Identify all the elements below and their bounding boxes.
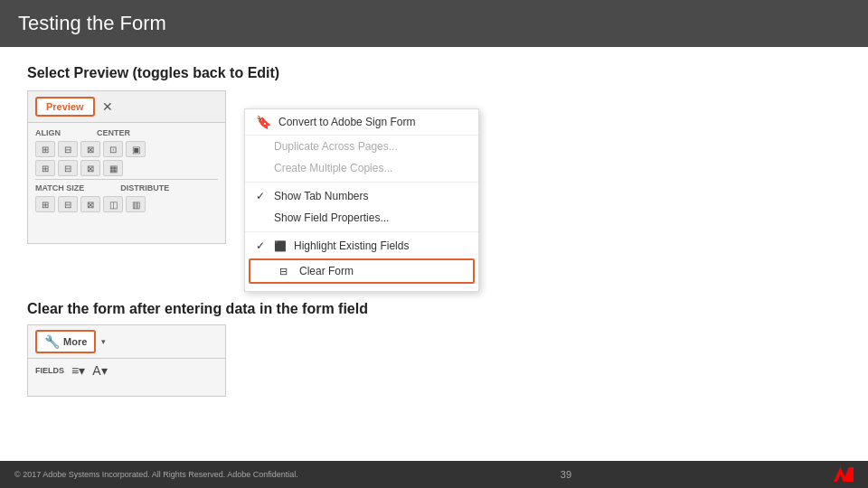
icon4[interactable]: ⊡ [103,141,123,157]
separator2 [245,231,478,232]
clear-form-icon: ⊟ [279,266,292,277]
svg-marker-1 [843,467,854,482]
distribute-label: DISTRIBUTE [120,183,169,192]
clear-form-label: Clear Form [299,265,354,277]
context-menu-duplicate[interactable]: Duplicate Across Pages... [245,136,478,157]
icon9[interactable]: ▦ [103,160,123,176]
highlight-icon: ⬛ [274,240,287,252]
no-check4 [261,265,272,277]
more-button[interactable]: 🔧 More [35,330,96,353]
create-copies-label: Create Multiple Copies... [274,162,392,174]
screenshots-row-bottom: 🔧 More ▾ FIELDS ≡▾ A▾ [27,324,841,397]
fields-row: FIELDS ≡▾ A▾ [28,359,225,382]
icon13[interactable]: ◫ [103,196,123,212]
icon8[interactable]: ⊠ [80,160,100,176]
content-area: Select Preview (toggles back to Edit) Pr… [0,47,868,406]
icon1[interactable]: ⊞ [35,141,55,157]
icon12[interactable]: ⊠ [80,196,100,212]
context-menu-create-copies[interactable]: Create Multiple Copies... [245,157,478,179]
icon3[interactable]: ⊠ [80,141,100,157]
page-title: Testing the Form [18,12,166,35]
context-menu-highlight-fields[interactable]: ✓ ⬛ Highlight Existing Fields [245,235,478,257]
check2: ✓ [256,239,267,252]
toolbar-row-labels: ALIGN CENTER [35,128,218,137]
more-toolbar-bar: 🔧 More ▾ [28,325,225,359]
align-icons-row2: ⊞ ⊟ ⊠ ▦ [35,160,218,176]
more-label: More [63,336,87,347]
match-icons-row: ⊞ ⊟ ⊠ ◫ ▥ [35,196,218,212]
no-check2 [256,162,267,174]
toolbar-divider [35,179,218,180]
context-menu-screenshot: 🔖 Convert to Adobe Sign Form Duplicate A… [244,108,479,292]
match-distribute-labels: MATCH SIZE DISTRIBUTE [35,183,218,192]
dropdown-arrow-icon[interactable]: ▾ [101,337,106,346]
close-icon[interactable]: ✕ [102,99,113,114]
center-label: CENTER [97,128,130,137]
section1-label: Select Preview (toggles back to Edit) [27,65,841,81]
fields-label: FIELDS [35,366,64,375]
icon10[interactable]: ⊞ [35,196,55,212]
convert-label: Convert to Adobe Sign Form [278,116,415,128]
adobe-logo [834,467,854,482]
fields-sort-icon[interactable]: A▾ [92,363,107,378]
footer-page-number: 39 [561,469,571,480]
align-icons-row: ⊞ ⊟ ⊠ ⊡ ▣ [35,141,218,157]
icon11[interactable]: ⊟ [58,196,78,212]
footer-copyright: © 2017 Adobe Systems Incorporated. All R… [14,470,298,479]
icon6[interactable]: ⊞ [35,160,55,176]
preview-toolbar-screenshot: Preview ✕ ALIGN CENTER ⊞ ⊟ ⊠ ⊡ ▣ ⊞ ⊟ [27,90,226,244]
fields-filter-icon[interactable]: ≡▾ [71,363,85,378]
header-bar: Testing the Form [0,0,868,47]
show-field-props-label: Show Field Properties... [274,211,389,224]
convert-icon: 🔖 [256,115,271,129]
icon14[interactable]: ▥ [126,196,146,212]
footer: © 2017 Adobe Systems Incorporated. All R… [0,461,868,488]
context-menu-clear-form[interactable]: ⊟ Clear Form [249,258,475,284]
tools-icon: 🔧 [44,334,60,349]
no-check3 [256,211,267,224]
preview-button[interactable]: Preview [35,97,95,117]
align-label: ALIGN [35,128,61,137]
context-menu-show-field-props[interactable]: Show Field Properties... [245,207,478,229]
duplicate-label: Duplicate Across Pages... [274,140,398,153]
context-menu-convert: 🔖 Convert to Adobe Sign Form [245,109,478,136]
more-toolbar-screenshot: 🔧 More ▾ FIELDS ≡▾ A▾ [27,324,226,397]
icon2[interactable]: ⊟ [58,141,78,157]
highlight-fields-label: Highlight Existing Fields [294,239,409,252]
icon7[interactable]: ⊟ [58,160,78,176]
show-tab-label: Show Tab Numbers [274,190,369,202]
screenshots-row-top: Preview ✕ ALIGN CENTER ⊞ ⊟ ⊠ ⊡ ▣ ⊞ ⊟ [27,90,841,292]
toolbar-section: ALIGN CENTER ⊞ ⊟ ⊠ ⊡ ▣ ⊞ ⊟ ⊠ ▦ [28,123,225,221]
context-menu-show-tab-numbers[interactable]: ✓ Show Tab Numbers [245,185,478,207]
match-size-label: MATCH SIZE [35,183,84,192]
separator1 [245,182,478,183]
icon5[interactable]: ▣ [126,141,146,157]
no-check1 [256,140,267,153]
section2-label: Clear the form after entering data in th… [27,301,841,317]
preview-toolbar-bar: Preview ✕ [28,91,225,123]
check1: ✓ [256,190,267,202]
